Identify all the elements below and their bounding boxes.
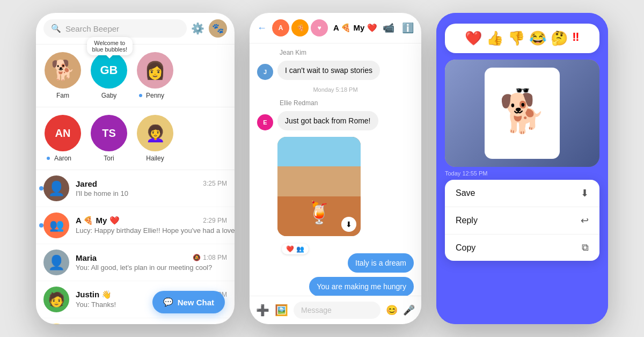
photo-message[interactable]: 🍹 ⬇: [277, 137, 361, 236]
chat-time-group: 2:29 PM: [203, 217, 227, 224]
chat-name-group: A 🍕 My ❤️: [76, 216, 120, 225]
video-call-icon[interactable]: 📹: [383, 22, 394, 34]
chat-item-jared[interactable]: 👤 Jared 3:25 PM I'll be home in 10: [36, 170, 235, 207]
search-bar: 🔍 Search Beeper ⚙️ 🐾: [36, 13, 235, 45]
story-label-aaron: Aaron: [54, 155, 71, 162]
story-item-aaron[interactable]: AN Aaron: [45, 115, 81, 162]
chat-input-bar: ➕ 🖼️ Message 😊 🎤: [250, 296, 421, 324]
story-label-penny: Penny: [146, 92, 164, 99]
chat-preview-justin: You: Thanks!: [76, 301, 116, 309]
story-item-hailey[interactable]: 👩‍🦱 Hailey: [137, 115, 173, 162]
context-menu: Save ⬇ Reply ↩ Copy ⧉: [445, 180, 599, 261]
header-avatar-2: 🍕: [291, 19, 309, 36]
chat-avatar-justin: 🧑: [43, 287, 69, 312]
chat-content-jared: Jared 3:25 PM I'll be home in 10: [76, 179, 227, 198]
message-input[interactable]: Message: [294, 302, 380, 319]
online-indicator-penny: [138, 93, 143, 98]
chat-item-gaby[interactable]: 👧 Gaby Yesterday Awesome.: [36, 318, 235, 324]
photo-reactions: ❤️ 👥: [282, 244, 309, 254]
story-avatar-aaron: AN: [45, 115, 81, 151]
online-indicator-aaron: [46, 156, 51, 161]
user-avatar-header[interactable]: 🐾: [209, 19, 227, 38]
unread-indicator: [39, 186, 43, 191]
reaction-thumbsdown-btn[interactable]: 👎: [508, 30, 525, 47]
messages-area: Jean Kim J I can't wait to swap stories …: [250, 43, 421, 306]
chat-time-jared: 3:25 PM: [203, 180, 227, 187]
phone-chat-list: 🔍 Search Beeper ⚙️ 🐾 🐕 Fam Welcome toblu…: [36, 13, 235, 324]
reaction-faces: 👥: [296, 245, 304, 253]
header-actions: 📹 ℹ️: [383, 22, 414, 34]
story-avatar-penny: 👩: [137, 52, 173, 89]
chat-time-maria: 1:08 PM: [203, 254, 227, 261]
search-input-wrap[interactable]: 🔍 Search Beeper: [43, 19, 187, 38]
chat-item-maria[interactable]: 👤 Maria 🔕 1:08 PM You: All good, let's p…: [36, 244, 235, 281]
story-label-gaby: Gaby: [101, 92, 117, 99]
phones-container: 🔍 Search Beeper ⚙️ 🐾 🐕 Fam Welcome toblu…: [36, 13, 608, 324]
story-row-1: 🐕 Fam Welcome toblue bubbles! GB Gaby 👩 …: [36, 45, 235, 107]
mic-icon[interactable]: 🎤: [403, 304, 415, 316]
chat-preview-jared: I'll be home in 10: [76, 189, 128, 197]
reaction-heart: ❤️: [286, 245, 294, 253]
sender-name-ellie-1: Ellie Redman: [280, 99, 414, 107]
reply-label: Reply: [456, 216, 478, 225]
time-separator: Monday 5:18 PM: [257, 86, 414, 93]
message-jean: J I can't wait to swap stories: [257, 61, 414, 80]
chat-title: A 🍕 My ❤️: [333, 23, 377, 33]
phone-chat-view: ← A 🍕 ♥ A 🍕 My ❤️ 📹 ℹ️ Jean Kim J I can'…: [250, 13, 421, 324]
dog-emoji: 🐕: [499, 94, 546, 132]
gear-icon[interactable]: ⚙️: [191, 22, 204, 35]
back-button[interactable]: ←: [257, 23, 267, 34]
plus-icon[interactable]: ➕: [256, 304, 269, 317]
bubble-hungry: You are making me hungry: [309, 277, 414, 296]
save-label: Save: [456, 188, 475, 198]
download-icon[interactable]: ⬇: [341, 217, 356, 232]
reaction-think-btn[interactable]: 🤔: [551, 30, 568, 47]
chat-name-jared: Jared: [76, 179, 97, 188]
story-row-2: AN Aaron TS Tori 👩‍🦱 Hailey: [36, 107, 235, 170]
bubble-jean: I can't wait to swap stories: [277, 61, 380, 80]
context-reply[interactable]: Reply ↩: [445, 207, 599, 235]
chat-header-bar: ← A 🍕 ♥ A 🍕 My ❤️ 📹 ℹ️: [250, 13, 421, 43]
reaction-laugh-btn[interactable]: 😂: [529, 30, 546, 47]
story-avatar-fam: 🐕: [45, 52, 81, 89]
story-label-tori: Tori: [104, 155, 114, 162]
emoji-icon[interactable]: 😊: [386, 304, 398, 316]
message-hungry: You are making me hungry: [257, 277, 414, 296]
story-item-tori[interactable]: TS Tori: [91, 115, 127, 162]
photo-message-large[interactable]: 🐕 🕶️: [445, 60, 599, 167]
image-icon[interactable]: 🖼️: [275, 304, 288, 317]
unread-indicator-group: [39, 223, 43, 228]
search-icon: 🔍: [51, 24, 61, 33]
phone-context-menu: ❤️ 👍 👎 😂 🤔 ‼️ 🐕 🕶️ Today 12:55 PM: [436, 13, 608, 324]
header-avatars: A 🍕 ♥: [272, 19, 328, 36]
search-placeholder: Search Beeper: [65, 24, 119, 33]
photo-message-container: 🍹 ⬇ ❤️ 👥: [277, 137, 414, 249]
context-copy[interactable]: Copy ⧉: [445, 235, 599, 261]
sender-name-jean: Jean Kim: [280, 49, 414, 56]
reaction-thumbsup-btn[interactable]: 👍: [486, 30, 503, 47]
story-item-penny[interactable]: 👩 Penny: [137, 52, 173, 99]
chat-preview-group: Lucy: Happy birthday Ellie!! Hope you've…: [76, 226, 235, 235]
message-placeholder: Message: [301, 306, 332, 314]
reply-icon: ↩: [581, 215, 589, 226]
story-item-gaby[interactable]: Welcome toblue bubbles! GB Gaby: [91, 52, 127, 99]
chat-content-maria: Maria 🔕 1:08 PM You: All good, let's pla…: [76, 253, 227, 272]
tooltip-welcome: Welcome toblue bubbles!: [87, 37, 133, 55]
bubble-ellie-1: Just got back from Rome!: [277, 111, 378, 130]
context-save[interactable]: Save ⬇: [445, 180, 599, 207]
reaction-heart-btn[interactable]: ❤️: [465, 30, 482, 47]
chat-name-maria: Maria: [76, 253, 97, 262]
header-avatar-1: A: [272, 19, 289, 36]
story-label-hailey: Hailey: [146, 155, 164, 162]
reaction-exclaim-btn[interactable]: ‼️: [572, 30, 579, 47]
sunglasses-icon: 🕶️: [515, 84, 530, 98]
new-chat-button[interactable]: 💬 New Chat: [152, 291, 225, 313]
info-icon[interactable]: ℹ️: [402, 22, 414, 34]
save-icon: ⬇: [581, 187, 589, 199]
new-chat-icon: 💬: [163, 297, 173, 307]
photo-timestamp: Today 12:55 PM: [436, 167, 608, 180]
chat-avatar-jared: 👤: [43, 175, 69, 201]
story-item-fam[interactable]: 🐕 Fam: [45, 52, 81, 99]
chat-item-group[interactable]: 👥 A 🍕 My ❤️ 2:29 PM Lucy: Happy birthday…: [36, 207, 235, 244]
story-label-fam: Fam: [56, 92, 69, 99]
